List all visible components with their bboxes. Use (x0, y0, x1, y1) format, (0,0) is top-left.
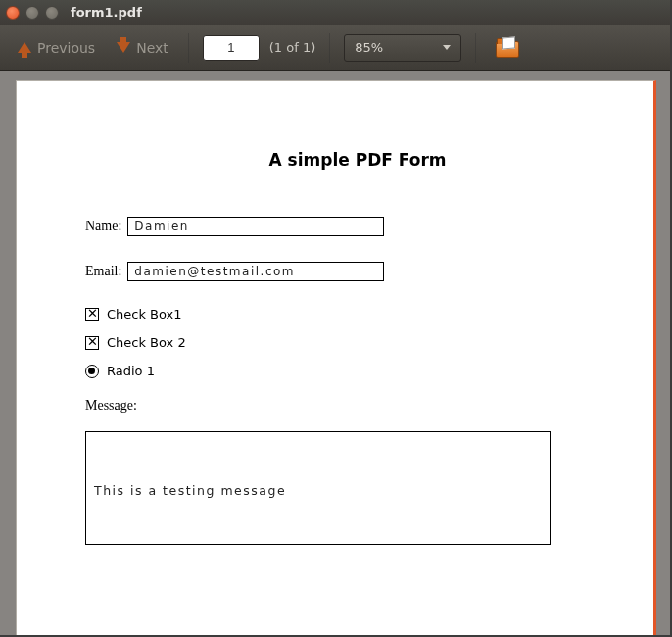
name-label: Name: (85, 219, 127, 234)
prev-label: Previous (37, 40, 95, 56)
next-label: Next (136, 40, 168, 56)
checkbox-1[interactable] (85, 308, 99, 321)
window-titlebar: form1.pdf (0, 0, 670, 25)
checkbox-2[interactable] (85, 336, 99, 350)
message-label: Message: (85, 398, 630, 414)
message-textarea[interactable] (85, 431, 551, 545)
radio-1-label: Radio 1 (107, 364, 155, 378)
toolbar: Previous Next (1 of 1) 85% (0, 25, 670, 71)
document-title: A simple PDF Form (85, 150, 630, 170)
checkbox-1-row: Check Box1 (85, 307, 630, 321)
radio-1-row: Radio 1 (85, 364, 630, 378)
email-input[interactable] (127, 262, 384, 281)
next-page-button[interactable]: Next (111, 36, 174, 60)
checkbox-2-row: Check Box 2 (85, 335, 630, 350)
radio-1[interactable] (85, 365, 99, 378)
email-field-row: Email: (85, 262, 630, 281)
zoom-dropdown[interactable]: 85% (344, 34, 461, 62)
document-viewport[interactable]: A simple PDF Form Name: Email: Check Box… (0, 71, 670, 635)
zoom-value: 85% (355, 40, 383, 55)
open-file-button[interactable] (490, 35, 523, 61)
checkbox-1-label: Check Box1 (107, 307, 182, 321)
close-icon[interactable] (6, 6, 20, 20)
prev-page-button[interactable]: Previous (12, 36, 101, 60)
arrow-up-icon (18, 42, 31, 53)
minimize-icon[interactable] (25, 6, 39, 20)
window-title: form1.pdf (71, 5, 142, 20)
arrow-down-icon (117, 42, 130, 53)
toolbar-separator (475, 33, 476, 63)
page-count-label: (1 of 1) (269, 40, 315, 55)
toolbar-separator (329, 33, 330, 63)
name-field-row: Name: (85, 217, 630, 236)
checkbox-2-label: Check Box 2 (107, 335, 186, 350)
email-label: Email: (85, 264, 127, 279)
folder-icon (496, 39, 517, 57)
name-input[interactable] (127, 217, 384, 236)
page-number-input[interactable] (203, 35, 260, 61)
toolbar-separator (188, 33, 189, 63)
pdf-page: A simple PDF Form Name: Email: Check Box… (16, 80, 656, 637)
maximize-icon[interactable] (45, 6, 59, 20)
chevron-down-icon (443, 45, 451, 50)
